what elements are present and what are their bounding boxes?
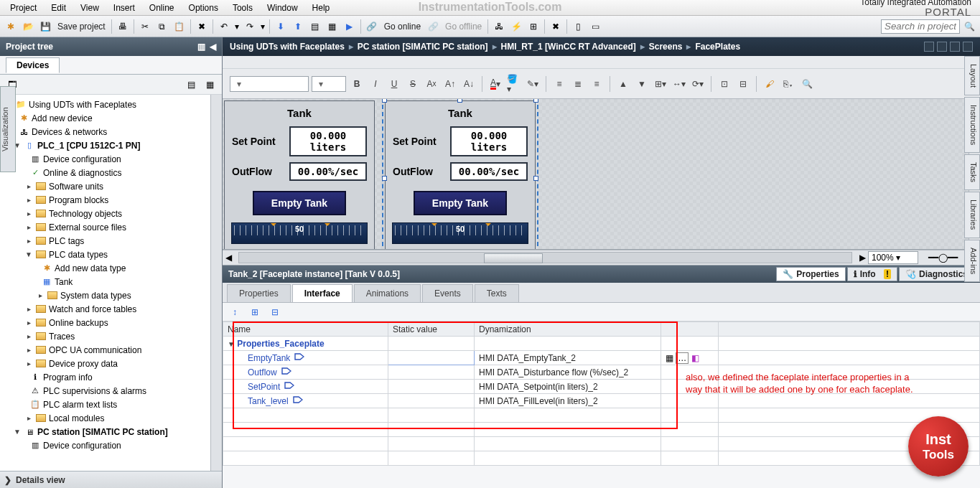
tree-ext-src[interactable]: ▸External source files — [1, 220, 210, 234]
undo-icon[interactable]: ↶ — [216, 19, 232, 34]
tree-opcua[interactable]: ▸OPC UA communication — [1, 343, 210, 357]
split-v-icon[interactable]: ▭ — [587, 19, 603, 34]
font-size-select[interactable]: ▾ — [312, 76, 346, 92]
flash-icon[interactable]: ⚡ — [508, 19, 524, 34]
tree-traces[interactable]: ▸Traces — [1, 329, 210, 343]
upload-icon[interactable]: ⬆ — [290, 19, 306, 34]
shrink-font-icon[interactable]: A↓ — [461, 76, 477, 92]
tree-plc[interactable]: ▼▯PLC_1 [CPU 1512C-1 PN] — [1, 139, 210, 152]
align-obj-icon[interactable]: ⊞▾ — [653, 76, 668, 92]
close-icon[interactable]: ✖ — [548, 19, 564, 34]
tree-pc-dev-conf[interactable]: ▥Device configuration — [1, 438, 210, 452]
grow-font-icon[interactable]: A↑ — [442, 76, 458, 92]
faceplate-tank-2[interactable]: Tank Set Point00.000 liters OutFlow00.00… — [385, 100, 536, 250]
tree-detail-icon[interactable]: ▦ — [202, 77, 218, 93]
screen-canvas[interactable]: Tank Set Point00.000 liters OutFlow00.00… — [223, 99, 980, 250]
align-center-icon[interactable]: ≣ — [570, 76, 586, 92]
go-online-icon[interactable]: 🔗 — [364, 19, 380, 34]
fp2-empty-button[interactable]: Empty Tank — [414, 191, 507, 215]
menu-project[interactable]: Project — [3, 1, 44, 14]
tree-proxy[interactable]: ▸Device proxy data — [1, 357, 210, 370]
italic-icon[interactable]: I — [368, 76, 383, 92]
redo-icon[interactable]: ↷ — [242, 19, 258, 34]
line-color-icon[interactable]: ✎▾ — [525, 76, 541, 92]
crumb-3[interactable]: Screens — [649, 42, 683, 52]
paintbrush-icon[interactable]: 🖌 — [762, 76, 778, 92]
crumb-0[interactable]: Using UDTs with Faceplates — [230, 42, 345, 52]
subtab-properties[interactable]: Properties — [227, 284, 291, 302]
tree-sys-dtypes[interactable]: ▸System data types — [1, 288, 210, 302]
tree-alarm-lists[interactable]: 📋PLC alarm text lists — [1, 398, 210, 411]
align-right-icon[interactable]: ≡ — [589, 76, 605, 92]
new-project-icon[interactable]: ✱ — [3, 19, 19, 34]
rtab-instructions[interactable]: Instructions — [964, 97, 980, 153]
copy-icon[interactable]: ⧉ — [154, 19, 170, 34]
project-search-input[interactable] — [881, 19, 960, 34]
browse-icon[interactable]: ▦ — [666, 353, 673, 363]
download-icon[interactable]: ⬇ — [273, 19, 289, 34]
paste-icon[interactable]: 📋 — [172, 19, 187, 34]
insp-tab-info[interactable]: ℹInfo ! — [847, 267, 897, 281]
tree-watch[interactable]: ▸Watch and force tables — [1, 302, 210, 316]
compile-icon[interactable]: ▤ — [307, 19, 323, 34]
rtab-addins[interactable]: Add-ins — [964, 240, 980, 282]
ungroup-icon[interactable]: ⊟ — [735, 76, 751, 92]
window-close-icon[interactable] — [963, 42, 973, 52]
window-restore-icon[interactable] — [937, 42, 947, 52]
subtab-events[interactable]: Events — [422, 284, 473, 302]
menu-options[interactable]: Options — [182, 1, 225, 14]
tree-backups[interactable]: ▸Online backups — [1, 316, 210, 329]
menu-edit[interactable]: Edit — [44, 1, 73, 14]
tab-devices[interactable]: Devices — [6, 57, 60, 73]
more-icon[interactable]: … — [676, 352, 689, 364]
crumb-4[interactable]: FacePlates — [695, 42, 740, 52]
tree-plc-tags[interactable]: ▸PLC tags — [1, 234, 210, 248]
tree-root[interactable]: ▼📁Using UDTs with Faceplates — [1, 98, 210, 111]
tree-tank-type[interactable]: ▦Tank — [1, 275, 210, 288]
fp2-setpoint-value[interactable]: 00.000 liters — [450, 126, 528, 156]
underline-icon[interactable]: U — [386, 76, 402, 92]
rtab-layout[interactable]: Layout — [964, 56, 980, 95]
bring-front-icon[interactable]: ▲ — [615, 76, 631, 92]
bold-icon[interactable]: B — [349, 76, 365, 92]
cross-ref-icon[interactable]: ⊞ — [526, 19, 541, 34]
menu-insert[interactable]: Insert — [106, 1, 142, 14]
tree-supervisions[interactable]: ⚠PLC supervisions & alarms — [1, 384, 210, 398]
ref-icon[interactable]: ⎘▾ — [780, 76, 796, 92]
rotate-icon[interactable]: ⟳▾ — [690, 76, 706, 92]
link-icon[interactable]: ◧ — [691, 353, 699, 363]
window-min-icon[interactable] — [924, 42, 934, 52]
tree-online-diag[interactable]: ✓Online & diagnostics — [1, 166, 210, 179]
fp2-outflow-value[interactable]: 00.00%/sec — [450, 162, 528, 181]
collapse-all-icon[interactable]: ⊟ — [267, 304, 283, 320]
tree-prog-blocks[interactable]: ▸Program blocks — [1, 193, 210, 207]
open-project-icon[interactable]: 📂 — [20, 19, 36, 34]
tree-add-dtype[interactable]: ✱Add new data type — [1, 261, 210, 275]
split-h-icon[interactable]: ▯ — [570, 19, 586, 34]
fill-color-icon[interactable]: 🪣▾ — [506, 76, 522, 92]
crumb-2[interactable]: HMI_RT_1 [WinCC RT Advanced] — [501, 42, 636, 52]
project-tree[interactable]: ▼📁Using UDTs with Faceplates ✱Add new de… — [0, 95, 210, 471]
rtab-libraries[interactable]: Libraries — [964, 192, 980, 238]
align-left-icon[interactable]: ≡ — [551, 76, 567, 92]
accessible-devices-icon[interactable]: 🖧 — [491, 19, 507, 34]
menu-tools[interactable]: Tools — [225, 1, 260, 14]
menu-window[interactable]: Window — [260, 1, 305, 14]
group-row[interactable]: ▼ Properties_Faceplate — [223, 337, 980, 351]
strike-icon[interactable]: S — [405, 76, 421, 92]
insp-tab-diagnostics[interactable]: 🩺Diagnostics — [899, 267, 974, 281]
search-go-icon[interactable]: 🔍 — [961, 19, 977, 34]
tree-list-icon[interactable]: ▤ — [183, 77, 199, 93]
font-color-icon[interactable]: A▾ — [487, 76, 503, 92]
col-name[interactable]: Name — [223, 322, 388, 337]
scroll-left-icon[interactable]: ◀ — [223, 253, 234, 263]
tree-pc-station[interactable]: ▼🖥PC station [SIMATIC PC station] — [1, 425, 210, 438]
group-icon[interactable]: ⊡ — [717, 76, 732, 92]
expand-all-icon[interactable]: ⊞ — [247, 304, 263, 320]
insp-tab-properties[interactable]: 🔧Properties — [776, 267, 845, 281]
sim-icon[interactable]: ▦ — [325, 19, 340, 34]
superscript-icon[interactable]: Ax — [424, 76, 439, 92]
col-dyn[interactable]: Dynamization — [475, 322, 661, 337]
go-online-button[interactable]: Go online — [381, 22, 424, 32]
scroll-right-icon[interactable]: ▶ — [857, 253, 868, 263]
